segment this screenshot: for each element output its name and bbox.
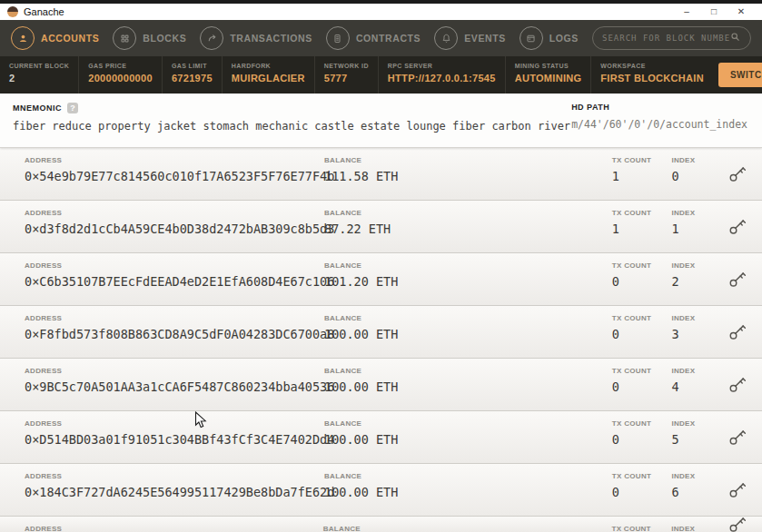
balance-value: 101.20 ETH <box>324 274 612 289</box>
stat-value: AUTOMINING <box>515 73 582 84</box>
stat-label: CURRENT BLOCK <box>9 63 69 69</box>
show-private-key-button[interactable] <box>727 480 748 501</box>
show-private-key-button[interactable] <box>727 164 748 185</box>
tab-transactions-label: TRANSACTIONS <box>230 33 312 44</box>
tx-count-value: 1 <box>612 222 672 236</box>
ganache-logo-icon <box>7 6 18 17</box>
tx-count-value: 0 <box>612 432 672 447</box>
account-row: ADDRESS0×54e9b79E77c814560c010f17A6523F5… <box>0 148 762 201</box>
stat-value: HTTP://127.0.0.1:7545 <box>388 73 496 84</box>
index-value: 2 <box>671 274 727 289</box>
tx-count-label: TX COUNT <box>612 261 672 270</box>
tx-count-label: TX COUNT <box>612 367 672 375</box>
logs-icon <box>520 26 543 50</box>
show-private-key-button[interactable] <box>727 322 748 343</box>
show-private-key-button[interactable] <box>727 375 748 396</box>
address-label: ADDRESS <box>25 261 324 270</box>
transactions-icon <box>200 26 223 50</box>
stat-network-id: NETWORK ID 5777 <box>315 56 379 94</box>
person-icon <box>11 26 35 50</box>
stat-value: 6721975 <box>172 73 213 84</box>
index-label: INDEX <box>671 261 727 270</box>
tab-blocks[interactable]: BLOCKS <box>113 26 186 50</box>
stat-label: MINING STATUS <box>515 63 582 69</box>
tab-events[interactable]: EVENTS <box>434 26 506 50</box>
stat-gas-limit: GAS LIMIT 6721975 <box>163 56 223 94</box>
help-icon[interactable]: ? <box>67 103 78 113</box>
tx-count-value: 1 <box>612 169 672 183</box>
stat-value: MUIRGLACIER <box>232 73 305 84</box>
status-bar: CURRENT BLOCK 2 GAS PRICE 20000000000 GA… <box>0 56 762 94</box>
tx-count-value: 0 <box>612 485 672 499</box>
balance-label: BALANCE <box>324 209 612 217</box>
show-private-key-button[interactable] <box>727 217 748 238</box>
key-icon <box>727 270 748 291</box>
tab-transactions[interactable]: TRANSACTIONS <box>200 26 312 50</box>
index-label: INDEX <box>671 156 727 164</box>
index-label: INDEX <box>671 367 727 375</box>
tx-count-label: TX COUNT <box>612 209 672 217</box>
address-value: 0×184C3F727dA6245E564995117429Be8bDa7fE6… <box>25 485 324 499</box>
balance-value: 100.00 ETH <box>324 485 612 499</box>
show-private-key-button[interactable] <box>727 428 748 448</box>
index-value: 0 <box>671 169 727 183</box>
stat-label: HARDFORK <box>232 63 305 69</box>
stat-label: WORKSPACE <box>600 63 704 69</box>
switch-workspace-button[interactable]: SWITCH <box>718 63 762 87</box>
titlebar: Ganache – □ ✕ <box>0 4 762 20</box>
tx-count-label: TX COUNT <box>612 156 672 164</box>
close-icon[interactable]: ✕ <box>727 4 755 20</box>
index-value: 1 <box>671 222 727 236</box>
address-value: 0×C6b35107B7EEcFdEEAD4eD2E1EfA608D4E67c1… <box>25 274 324 289</box>
search-icon[interactable] <box>729 30 741 46</box>
address-label: ADDRESS <box>25 156 324 164</box>
stat-mining-status: MINING STATUS AUTOMINING <box>506 56 592 94</box>
tx-count-value: 0 <box>612 274 672 289</box>
address-label: ADDRESS <box>25 314 324 322</box>
balance-label: BALANCE <box>324 367 612 375</box>
tx-count-label: TX COUNT <box>612 472 672 480</box>
main-nav: ACCOUNTS BLOCKS TRANSACTIONS CONTRACTS E… <box>0 20 762 56</box>
balance-label: BALANCE <box>324 314 612 322</box>
balance-label: BALANCE <box>324 419 612 428</box>
tx-count-value: 0 <box>612 379 672 394</box>
maximize-icon[interactable]: □ <box>700 4 727 20</box>
tab-logs-label: LOGS <box>549 33 579 44</box>
key-icon <box>727 217 748 238</box>
key-icon <box>727 428 748 448</box>
mnemonic-card: MNEMONIC ? fiber reduce property jacket … <box>0 94 762 148</box>
index-label: INDEX <box>671 525 727 532</box>
bell-icon <box>434 26 458 50</box>
balance-label: BALANCE <box>324 156 612 164</box>
tx-count-label: TX COUNT <box>611 525 671 532</box>
stat-value: 20000000000 <box>88 73 153 84</box>
index-label: INDEX <box>671 419 727 428</box>
key-icon <box>727 164 748 185</box>
hd-path-value: m/44'/60'/0'/0/account_index <box>571 118 747 131</box>
tab-logs[interactable]: LOGS <box>520 26 579 50</box>
address-label: ADDRESS <box>25 525 323 532</box>
hd-path-block: HD PATH m/44'/60'/0'/0/account_index <box>571 103 749 147</box>
address-value: 0×54e9b79E77c814560c010f17A6523F5F76E77F… <box>25 169 324 183</box>
accounts-list: ADDRESS0×54e9b79E77c814560c010f17A6523F5… <box>0 148 762 532</box>
stat-current-block: CURRENT BLOCK 2 <box>0 56 79 94</box>
show-private-key-button[interactable] <box>727 270 748 291</box>
tab-contracts[interactable]: CONTRACTS <box>326 26 421 50</box>
tab-accounts[interactable]: ACCOUNTS <box>11 26 99 50</box>
account-row: ADDRESS0×C6b35107B7EEcFdEEAD4eD2E1EfA608… <box>0 253 762 306</box>
search-input[interactable] <box>602 34 729 43</box>
minimize-icon[interactable]: – <box>673 4 700 20</box>
index-value: 3 <box>671 327 727 341</box>
account-row: ADDRESS0×9BC5c70A501AA3a1cCA6F5487C86023… <box>0 359 762 411</box>
account-row: ADDRESS0×184C3F727dA6245E564995117429Be8… <box>0 464 762 517</box>
key-icon <box>727 480 748 501</box>
index-label: INDEX <box>671 314 727 322</box>
address-label: ADDRESS <box>25 209 324 217</box>
stat-value: FIRST BLOCKCHAIN <box>600 73 704 84</box>
stat-hardfork: HARDFORK MUIRGLACIER <box>223 56 315 94</box>
search-box[interactable] <box>592 26 751 50</box>
tab-accounts-label: ACCOUNTS <box>41 33 99 44</box>
show-private-key-button[interactable] <box>727 517 748 532</box>
window-controls: – □ ✕ <box>673 4 755 20</box>
stat-workspace: WORKSPACE FIRST BLOCKCHAIN <box>591 56 718 94</box>
